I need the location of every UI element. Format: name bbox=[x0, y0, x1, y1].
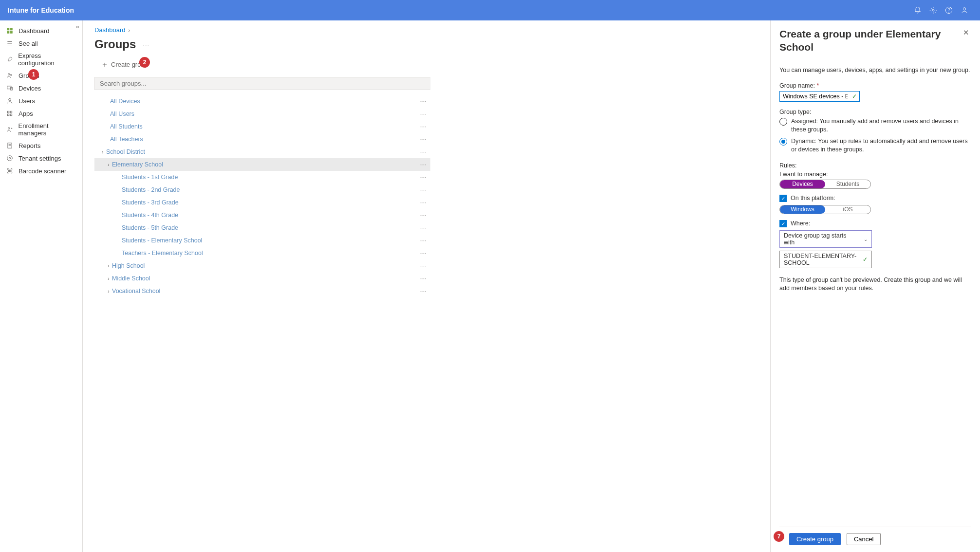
tree-row[interactable]: ›High School··· bbox=[94, 259, 430, 272]
sidebar-item-tenant-settings[interactable]: Tenant settings bbox=[0, 152, 82, 165]
svg-point-15 bbox=[9, 98, 11, 101]
sidebar-item-devices[interactable]: Devices bbox=[0, 82, 82, 94]
svg-point-2 bbox=[949, 12, 949, 13]
tree-row-label: All Teachers bbox=[110, 136, 420, 143]
sidebar-item-label: Dashboard bbox=[18, 27, 50, 35]
where-dropdown[interactable]: Device group tag starts with ⌄ bbox=[779, 230, 872, 248]
row-more-icon[interactable]: ··· bbox=[420, 174, 430, 181]
sidebar-item-see-all[interactable]: See all bbox=[0, 37, 82, 50]
svg-rect-14 bbox=[11, 87, 13, 90]
tree-row[interactable]: Students - 4th Grade··· bbox=[94, 209, 430, 221]
row-more-icon[interactable]: ··· bbox=[420, 123, 430, 130]
row-more-icon[interactable]: ··· bbox=[420, 275, 430, 282]
tree-row-label: High School bbox=[112, 262, 420, 269]
tree-row[interactable]: All Students··· bbox=[94, 120, 430, 133]
tree-row-label: Teachers - Elementary School bbox=[122, 250, 420, 257]
radio-assigned[interactable]: Assigned: You manually add and remove us… bbox=[779, 117, 971, 134]
tree-row-label: Elementary School bbox=[112, 161, 420, 168]
tree-row[interactable]: Teachers - Elementary School··· bbox=[94, 247, 430, 259]
page-title: Groups bbox=[94, 37, 136, 51]
barcode-icon bbox=[6, 167, 14, 175]
svg-rect-16 bbox=[7, 111, 9, 113]
manage-toggle[interactable]: Devices Students bbox=[779, 180, 871, 189]
toggle-devices[interactable]: Devices bbox=[780, 180, 825, 188]
toggle-ios[interactable]: iOS bbox=[825, 205, 870, 214]
create-group-submit-button[interactable]: Create group bbox=[789, 533, 841, 545]
platform-checkbox-row[interactable]: ✓ On this platform: bbox=[779, 195, 971, 202]
chevron-right-icon: › bbox=[99, 149, 106, 155]
svg-rect-4 bbox=[7, 28, 9, 30]
sidebar-item-label: See all bbox=[18, 40, 38, 47]
svg-rect-19 bbox=[10, 114, 12, 116]
radio-icon bbox=[779, 138, 787, 146]
sidebar-item-groups[interactable]: Groups 1 bbox=[0, 69, 82, 82]
help-icon[interactable] bbox=[941, 2, 957, 18]
svg-point-24 bbox=[9, 157, 11, 159]
tree-row[interactable]: All Teachers··· bbox=[94, 133, 430, 146]
tree-row[interactable]: Students - 3rd Grade··· bbox=[94, 196, 430, 209]
page-more-icon[interactable]: ··· bbox=[143, 41, 149, 48]
create-group-button[interactable]: Create group bbox=[97, 59, 152, 70]
row-more-icon[interactable]: ··· bbox=[420, 199, 430, 206]
tree-row[interactable]: ›Elementary School··· bbox=[94, 158, 430, 171]
sidebar-item-users[interactable]: Users bbox=[0, 94, 82, 107]
where-checkbox-row[interactable]: ✓ Where: bbox=[779, 220, 971, 227]
row-more-icon[interactable]: ··· bbox=[420, 288, 430, 294]
group-name-label: Group name: * bbox=[779, 82, 971, 89]
breadcrumb[interactable]: Dashboard › bbox=[94, 26, 758, 34]
group-name-input[interactable] bbox=[779, 91, 860, 102]
tree-row[interactable]: All Users··· bbox=[94, 108, 430, 120]
radio-dynamic[interactable]: Dynamic: You set up rules to automatical… bbox=[779, 137, 971, 154]
row-more-icon[interactable]: ··· bbox=[420, 250, 430, 257]
sidebar-item-reports[interactable]: Reports bbox=[0, 139, 82, 152]
row-more-icon[interactable]: ··· bbox=[420, 110, 430, 117]
notifications-icon[interactable] bbox=[910, 2, 925, 18]
where-value-input[interactable]: STUDENT-ELEMENTARY-SCHOOL ✓ bbox=[779, 251, 872, 268]
reports-icon bbox=[6, 142, 14, 149]
row-more-icon[interactable]: ··· bbox=[420, 186, 430, 193]
list-icon bbox=[6, 39, 14, 47]
row-more-icon[interactable]: ··· bbox=[420, 136, 430, 143]
cancel-button[interactable]: Cancel bbox=[847, 533, 881, 545]
tree-row[interactable]: Students - 2nd Grade··· bbox=[94, 184, 430, 196]
sidebar-item-barcode-scanner[interactable]: Barcode scanner bbox=[0, 165, 82, 177]
platform-toggle[interactable]: Windows iOS bbox=[779, 205, 871, 214]
settings-icon[interactable] bbox=[925, 2, 941, 18]
row-more-icon[interactable]: ··· bbox=[420, 224, 430, 231]
sidebar-item-dashboard[interactable]: Dashboard bbox=[0, 24, 82, 37]
tree-row[interactable]: ›School District··· bbox=[94, 146, 430, 158]
toggle-students[interactable]: Students bbox=[825, 180, 870, 188]
tree-row[interactable]: Students - Elementary School··· bbox=[94, 234, 430, 247]
close-icon[interactable]: ✕ bbox=[961, 27, 971, 38]
svg-rect-7 bbox=[10, 31, 12, 33]
sidebar-item-express-config[interactable]: Express configuration bbox=[0, 50, 82, 69]
row-more-icon[interactable]: ··· bbox=[420, 262, 430, 269]
sidebar-item-label: Tenant settings bbox=[18, 155, 61, 162]
tree-row[interactable]: ›Vocational School··· bbox=[94, 285, 430, 297]
row-more-icon[interactable]: ··· bbox=[420, 161, 430, 168]
tree-row-label: Students - Elementary School bbox=[122, 237, 420, 244]
feedback-icon[interactable] bbox=[957, 2, 972, 18]
tree-row[interactable]: All Devices··· bbox=[94, 95, 430, 108]
create-group-label: Create group bbox=[111, 61, 148, 68]
tree-row-label: All Devices bbox=[110, 98, 420, 105]
svg-rect-18 bbox=[7, 114, 9, 116]
row-more-icon[interactable]: ··· bbox=[420, 98, 430, 105]
sidebar-item-label: Barcode scanner bbox=[18, 167, 66, 175]
chevron-right-icon: › bbox=[129, 27, 130, 33]
tree-row[interactable]: Students - 1st Grade··· bbox=[94, 171, 430, 184]
sidebar-item-enrollment-managers[interactable]: Enrollment managers bbox=[0, 120, 82, 139]
search-groups-input[interactable] bbox=[94, 77, 430, 90]
breadcrumb-item[interactable]: Dashboard bbox=[94, 26, 126, 34]
sidebar-item-apps[interactable]: Apps bbox=[0, 107, 82, 120]
row-more-icon[interactable]: ··· bbox=[420, 212, 430, 219]
tree-row[interactable]: ›Middle School··· bbox=[94, 272, 430, 285]
tree-row-label: Vocational School bbox=[112, 288, 420, 294]
platform-label: On this platform: bbox=[791, 195, 835, 202]
chevron-right-icon: › bbox=[105, 162, 112, 167]
sidebar-item-label: Enrollment managers bbox=[18, 122, 76, 137]
row-more-icon[interactable]: ··· bbox=[420, 148, 430, 155]
tree-row[interactable]: Students - 5th Grade··· bbox=[94, 221, 430, 234]
toggle-windows[interactable]: Windows bbox=[780, 205, 825, 214]
row-more-icon[interactable]: ··· bbox=[420, 237, 430, 244]
